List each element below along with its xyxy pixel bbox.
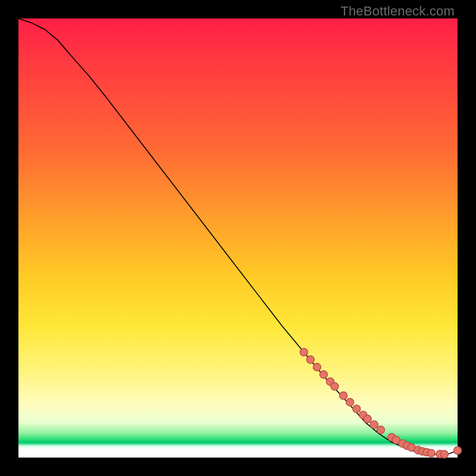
data-point [427,449,435,457]
data-point [300,348,308,356]
watermark-label: TheBottleneck.com [340,4,455,19]
data-point [454,447,462,455]
data-point [340,392,347,399]
data-point [346,399,354,406]
data-point [364,415,371,423]
data-point [331,383,339,390]
data-point [370,421,378,428]
chart-frame: TheBottleneck.com [0,0,476,476]
data-point [353,405,361,413]
bottleneck-curve [18,18,458,455]
data-point [320,371,327,378]
data-point [377,426,384,434]
data-point [313,363,321,371]
data-point [440,450,448,458]
chart-overlay [18,18,458,458]
data-point [306,356,314,364]
marker-group [300,348,461,458]
